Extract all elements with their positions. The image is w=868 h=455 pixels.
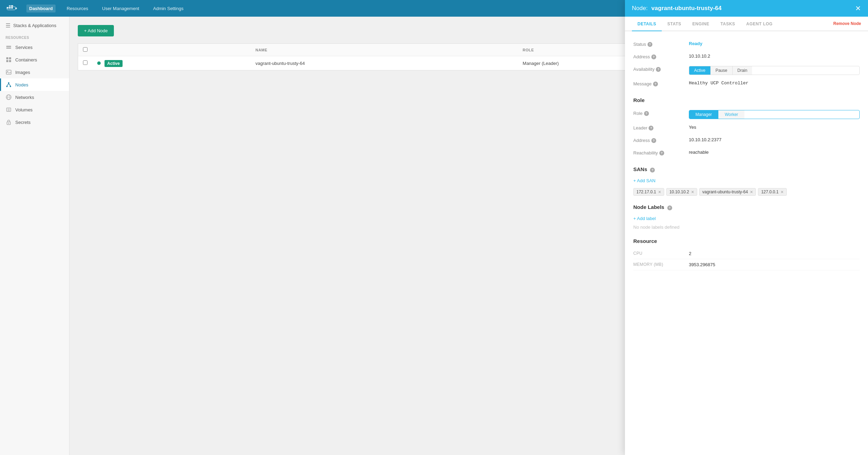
san-tag-close-1[interactable]: × <box>691 189 694 194</box>
sidebar-item-networks[interactable]: Networks <box>0 91 69 103</box>
svg-rect-8 <box>6 57 8 59</box>
tab-engine[interactable]: ENGINE <box>687 17 715 31</box>
add-label-button[interactable]: + Add label <box>633 214 656 222</box>
sidebar-item-containers[interactable]: Containers <box>0 53 69 66</box>
nav-dashboard[interactable]: Dashboard <box>26 5 56 12</box>
sidebar-nodes-label: Nodes <box>15 82 28 87</box>
availability-buttons: Active Pause Drain <box>689 66 860 75</box>
select-all-checkbox[interactable] <box>83 47 87 52</box>
svg-line-17 <box>7 84 9 86</box>
address-help-icon: ? <box>651 54 656 59</box>
svg-rect-4 <box>9 5 11 7</box>
logo <box>6 2 18 15</box>
nav-admin-settings[interactable]: Admin Settings <box>150 5 186 12</box>
detail-panel: Node: vagrant-ubuntu-trusty-64 ✕ DETAILS… <box>625 0 868 455</box>
status-label: Status ? <box>633 41 689 47</box>
sidebar-item-images[interactable]: Images <box>0 66 69 78</box>
leader-help-icon: ? <box>649 126 653 130</box>
nodes-icon <box>6 82 12 88</box>
san-tag-close-0[interactable]: × <box>658 189 661 194</box>
address-label: Address ? <box>633 53 689 59</box>
sidebar-resources-section: RESOURCES <box>0 33 69 41</box>
sidebar-stacks-header[interactable]: ☰ Stacks & Applications <box>0 17 69 33</box>
reachability-row: Reachability ? reachable <box>633 147 860 159</box>
detail-body: Status ? Ready Address ? 10.10.10.2 Avai… <box>625 31 868 455</box>
tab-details[interactable]: DETAILS <box>632 17 662 31</box>
san-tag-value-1: 10.10.10.2 <box>669 189 689 194</box>
san-tag-close-2[interactable]: × <box>750 189 753 194</box>
add-san-button[interactable]: + Add SAN <box>633 177 656 185</box>
san-tags: 172.17.0.1 × 10.10.10.2 × vagrant-ubuntu… <box>633 188 860 196</box>
tab-stats[interactable]: STATS <box>662 17 687 31</box>
row-name-cell: vagrant-ubuntu-trusty-64 <box>251 56 518 70</box>
availability-pause-button[interactable]: Pause <box>711 66 733 75</box>
leader-row: Leader ? Yes <box>633 122 860 134</box>
svg-point-15 <box>6 86 8 87</box>
sans-section: + Add SAN 172.17.0.1 × 10.10.10.2 × vagr… <box>633 177 860 196</box>
sidebar-item-secrets[interactable]: Secrets <box>0 116 69 128</box>
svg-line-18 <box>9 84 10 86</box>
san-tag-3: 127.0.0.1 × <box>758 188 786 196</box>
cpu-value: 2 <box>689 251 691 256</box>
memory-value: 3953.296875 <box>689 262 715 267</box>
tab-tasks[interactable]: TASKS <box>715 17 741 31</box>
detail-close-button[interactable]: ✕ <box>855 5 861 12</box>
svg-rect-10 <box>6 60 8 62</box>
svg-point-16 <box>10 86 11 87</box>
role-buttons: Manager Worker <box>689 110 860 119</box>
detail-title-name: vagrant-ubuntu-trusty-64 <box>651 5 721 11</box>
col-name: NAME <box>251 44 518 56</box>
svg-point-5 <box>15 7 17 9</box>
sidebar-volumes-label: Volumes <box>15 107 33 112</box>
remove-node-button[interactable]: Remove Node <box>833 21 861 26</box>
detail-title-prefix: Node: <box>632 5 648 11</box>
nav-user-management[interactable]: User Management <box>99 5 142 12</box>
san-tag-close-3[interactable]: × <box>781 189 783 194</box>
address-row: Address ? 10.10.10.2 <box>633 51 860 63</box>
message-row: Message ? Healthy UCP Controller <box>633 78 860 90</box>
sidebar-secrets-label: Secrets <box>15 120 31 125</box>
sidebar-item-services[interactable]: Services <box>0 41 69 53</box>
col-status <box>92 44 251 56</box>
sans-section-title: SANs ? <box>633 166 860 172</box>
volumes-icon <box>6 107 12 113</box>
message-label: Message ? <box>633 81 689 86</box>
tab-agent-log[interactable]: AGENT LOG <box>741 17 778 31</box>
role-worker-button[interactable]: Worker <box>718 110 744 119</box>
sidebar-containers-label: Containers <box>15 57 37 62</box>
reachability-label: Reachability ? <box>633 150 689 155</box>
availability-drain-button[interactable]: Drain <box>733 66 752 75</box>
svg-rect-7 <box>6 48 11 49</box>
availability-active-button[interactable]: Active <box>689 66 711 75</box>
row-checkbox[interactable] <box>83 60 87 65</box>
role-address-label: Address ? <box>633 137 689 143</box>
role-address-help-icon: ? <box>651 138 656 143</box>
leader-label: Leader ? <box>633 125 689 130</box>
svg-rect-9 <box>9 57 11 59</box>
role-manager-button[interactable]: Manager <box>689 110 718 119</box>
role-button-group: Manager Worker <box>689 110 860 119</box>
secrets-icon <box>6 119 12 125</box>
sidebar-services-label: Services <box>15 45 33 50</box>
san-tag-2: vagrant-ubuntu-trusty-64 × <box>699 188 756 196</box>
hamburger-icon: ☰ <box>6 22 10 29</box>
sidebar-item-nodes[interactable]: Nodes <box>0 78 69 91</box>
svg-rect-11 <box>9 60 11 62</box>
message-help-icon: ? <box>653 82 658 86</box>
status-badge: Active <box>105 60 123 67</box>
nav-resources[interactable]: Resources <box>64 5 91 12</box>
role-address-row: Address ? 10.10.10.2:2377 <box>633 134 860 147</box>
detail-tabs: DETAILS STATS ENGINE TASKS AGENT LOG Rem… <box>625 17 868 31</box>
status-row: Status ? Ready <box>633 38 860 51</box>
resource-section-title: Resource <box>633 238 860 244</box>
svg-point-14 <box>8 82 9 84</box>
san-tag-value-2: vagrant-ubuntu-trusty-64 <box>702 189 748 194</box>
sidebar: ☰ Stacks & Applications RESOURCES Servic… <box>0 17 69 455</box>
role-address-value: 10.10.10.2:2377 <box>689 137 860 142</box>
sidebar-networks-label: Networks <box>15 95 34 100</box>
san-tag-value-3: 127.0.0.1 <box>761 189 778 194</box>
labels-section-title: Node Labels ? <box>633 204 860 210</box>
role-section-title: Role <box>633 97 860 103</box>
sidebar-item-volumes[interactable]: Volumes <box>0 103 69 116</box>
add-node-button[interactable]: + Add Node <box>78 25 114 36</box>
